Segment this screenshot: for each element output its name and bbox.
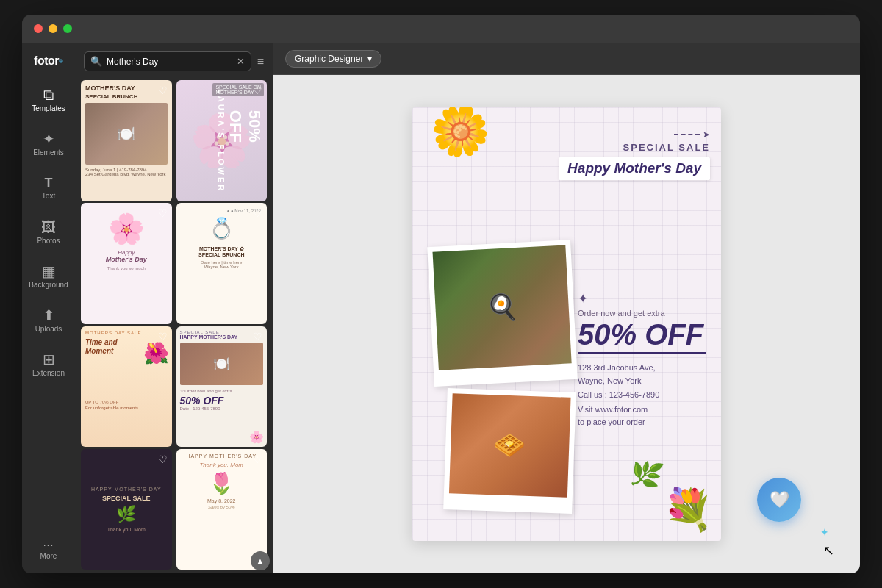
sidebar-item-elements[interactable]: ✦ Elements	[25, 123, 72, 165]
food-emoji-2: 🧇	[493, 430, 526, 462]
sale-header: ➤ SPECIAL SALE Happy Mother's Day	[559, 129, 710, 180]
card-title: Happy Mother's Day	[567, 161, 701, 176]
template-card-ring-brunch[interactable]: ♡ ● ● Nov 11, 2022 💍 MOTHER'S DAY ✿ SPEC…	[176, 203, 268, 324]
favorite-icon-8[interactable]: ♡	[253, 453, 262, 465]
panel-header: 🔍 ✕ ≡	[75, 43, 273, 80]
sparkle-icon: ✦	[820, 526, 829, 538]
template-card-dark[interactable]: ♡ HAPPY MOTHER'S DAY SPECIAL SALE 🌿 Than…	[81, 449, 172, 570]
purple-flowers: 💐	[663, 486, 714, 534]
sidebar-label-background: Background	[29, 281, 68, 289]
logo: fotor	[34, 54, 59, 68]
sidebar-label-templates: Templates	[32, 104, 65, 112]
sidebar: fotor® ⧉ Templates ✦ Elements T Text 🖼 P…	[22, 43, 75, 573]
filter-icon[interactable]: ≡	[257, 55, 264, 68]
title-banner: Happy Mother's Day	[559, 157, 710, 180]
cursor-indicator: ↖	[823, 542, 834, 559]
more-icon: ···	[43, 539, 54, 550]
sidebar-item-uploads[interactable]: ⬆ Uploads	[25, 300, 72, 341]
logo-trademark: ®	[59, 58, 63, 65]
phone-text: Call us : 123-456-7890	[578, 390, 706, 399]
favorite-icon-6[interactable]: ♡	[253, 331, 262, 343]
mothers-day-card: 🌼 ➤ SPECIAL SALE Happy Mother's Day	[412, 107, 721, 541]
sidebar-item-templates[interactable]: ⧉ Templates	[25, 79, 72, 121]
address-text: 128 3rd Jacobus Ave, Wayne, New York	[578, 362, 706, 387]
template-card-sale-flowers[interactable]: ♡ MOTHERS DAY SALE Time andMoment 🌺 UP T…	[81, 326, 172, 448]
app-window: fotor® ⧉ Templates ✦ Elements T Text 🖼 P…	[22, 15, 860, 573]
sidebar-label-text: Text	[42, 192, 55, 200]
polaroid-photo-1: 🍳	[427, 240, 578, 387]
save-favorites-button[interactable]: 🤍	[757, 478, 801, 522]
dashed-line	[674, 134, 700, 135]
sidebar-label-extension: Extension	[32, 369, 65, 377]
favorite-icon-7[interactable]: ♡	[158, 453, 168, 465]
heart-fab-icon: 🤍	[770, 490, 789, 509]
uploads-icon: ⬆	[43, 308, 55, 323]
search-input[interactable]	[107, 57, 232, 67]
elements-icon: ✦	[43, 132, 55, 146]
discount-text: 50% OFF	[578, 320, 706, 354]
canvas-container: 🌼 ➤ SPECIAL SALE Happy Mother's Day	[412, 107, 721, 541]
sidebar-label-uploads: Uploads	[35, 325, 62, 333]
sidebar-label-more: More	[40, 552, 57, 560]
extension-icon: ⊞	[43, 352, 55, 367]
chevron-down-icon: ▾	[368, 54, 372, 64]
maximize-button[interactable]	[63, 24, 72, 33]
sidebar-item-extension[interactable]: ⊞ Extension	[25, 344, 72, 385]
template-card-brunch[interactable]: ♡ MOTHER'S DAY SPECIAL BRUNCH 🍽️ Sunday,…	[81, 80, 172, 201]
template-card-pink-flowers[interactable]: ♡ 🌸 Happy Mother's Day Thank you so much	[81, 203, 172, 324]
arrow-icon: ➤	[703, 129, 710, 140]
favorite-icon-5[interactable]: ♡	[158, 331, 168, 343]
clear-search-button[interactable]: ✕	[237, 57, 245, 66]
food-image-2: 🧇	[449, 393, 571, 498]
title-bar	[22, 15, 860, 43]
close-button[interactable]	[34, 24, 43, 33]
flower-decoration-left: 🌼	[429, 107, 492, 162]
food-emoji-1: 🍳	[485, 292, 519, 323]
favorite-icon-3[interactable]: ♡	[158, 207, 168, 219]
sidebar-item-photos[interactable]: 🖼 Photos	[25, 212, 72, 253]
sidebar-item-background[interactable]: ▦ Background	[25, 256, 72, 297]
app-body: fotor® ⧉ Templates ✦ Elements T Text 🖼 P…	[22, 43, 860, 573]
website-text: Visit www.fotor.com to place your order	[578, 404, 706, 428]
favorite-icon-2[interactable]: ♡	[253, 85, 262, 96]
graphic-designer-dropdown[interactable]: Graphic Designer ▾	[285, 50, 381, 68]
favorite-icon-4[interactable]: ♡	[253, 207, 262, 219]
polaroid-photo-2: 🧇	[443, 388, 576, 514]
star-decoration: ✦	[578, 291, 706, 306]
template-grid: ♡ MOTHER'S DAY SPECIAL BRUNCH 🍽️ Sunday,…	[75, 80, 273, 573]
template-card-lauras[interactable]: ♡ 🌸 LAURA'S FLOWER SPECIAL SALE ONMOTHER…	[176, 80, 268, 201]
logo-area: fotor®	[34, 49, 63, 76]
top-header: Graphic Designer ▾	[273, 43, 860, 75]
search-icon: 🔍	[90, 56, 102, 67]
minimize-button[interactable]	[49, 24, 57, 33]
order-text: Order now and get extra	[578, 309, 706, 318]
scroll-to-top-button[interactable]: ▲	[251, 551, 270, 570]
background-icon: ▦	[42, 264, 56, 279]
main-canvas[interactable]: 🌼 ➤ SPECIAL SALE Happy Mother's Day	[273, 75, 860, 573]
favorite-icon[interactable]: ♡	[158, 85, 168, 96]
templates-panel: 🔍 ✕ ≡ ♡ MOTHER'S DAY SPECIAL BRUNCH 🍽️ S…	[75, 43, 273, 573]
offer-section: ✦ Order now and get extra 50% OFF 128 3r…	[578, 291, 706, 428]
text-icon: T	[45, 176, 53, 190]
sidebar-item-more[interactable]: ··· More	[25, 532, 72, 573]
template-card-50off[interactable]: ♡ SPECIAL SALE HAPPY MOTHER'S DAY 🍽️ ☆ O…	[176, 326, 268, 448]
dropdown-label: Graphic Designer	[295, 54, 363, 64]
food-image-1: 🍳	[433, 245, 572, 370]
sidebar-label-elements: Elements	[33, 148, 64, 157]
right-area: Graphic Designer ▾ 🌼	[273, 43, 860, 573]
special-sale-text: SPECIAL SALE	[559, 142, 710, 153]
search-box[interactable]: 🔍 ✕	[84, 51, 251, 71]
sidebar-label-photos: Photos	[37, 237, 60, 245]
arrow-decoration: ➤	[559, 129, 710, 140]
sidebar-item-text[interactable]: T Text	[25, 168, 72, 209]
templates-icon: ⧉	[43, 87, 54, 102]
photos-icon: 🖼	[41, 220, 56, 234]
